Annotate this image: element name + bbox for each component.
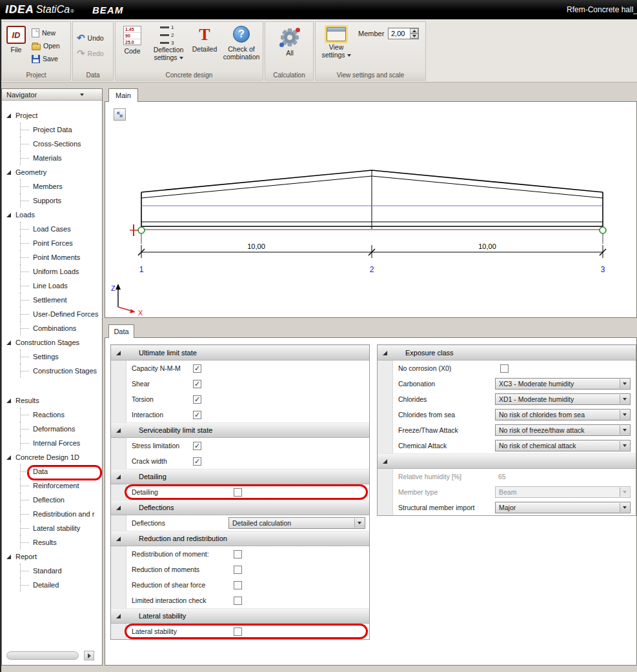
- nav-item-supports[interactable]: Supports: [2, 193, 102, 208]
- check-of-combination-button[interactable]: ? Check of combination: [221, 26, 261, 61]
- nav-item-label: Construction Stages: [33, 367, 97, 375]
- open-button[interactable]: Open: [32, 40, 60, 52]
- no-corrosion-checkbox[interactable]: [500, 364, 509, 373]
- capacity-nmm-checkbox[interactable]: ✓: [193, 364, 201, 373]
- nav-item-deformations[interactable]: Deformations: [2, 422, 102, 436]
- expander-icon: [6, 455, 11, 460]
- chlorides-select[interactable]: XD1 - Moderate humidity: [495, 393, 631, 405]
- new-button-label: New: [42, 29, 56, 37]
- nav-group-concrete-design-1d[interactable]: Concrete Design 1D: [2, 450, 102, 464]
- nav-group-label: Report: [15, 553, 37, 560]
- detailed-button[interactable]: T Detailed: [189, 26, 220, 53]
- nav-group-construction-stages[interactable]: Construction Stages: [2, 335, 102, 350]
- stress-limitation-checkbox[interactable]: ✓: [193, 442, 201, 450]
- nav-item-load-cases[interactable]: Load Cases: [2, 222, 102, 236]
- reduction-of-shear-force-checkbox[interactable]: [234, 581, 242, 589]
- file-button[interactable]: ID File: [5, 26, 28, 54]
- section-reduction-redistribution[interactable]: Reduction and redistribution: [111, 531, 369, 546]
- nav-item-label: Materials: [33, 154, 62, 162]
- section-exposure-class[interactable]: Exposure class: [378, 345, 636, 361]
- nav-item-data[interactable]: Data: [2, 464, 102, 479]
- nav-item-construction-stages[interactable]: Construction Stages: [2, 364, 102, 378]
- nav-item-settlement[interactable]: Settlement: [2, 293, 102, 307]
- nav-item-internal-forces[interactable]: Internal Forces: [2, 436, 102, 450]
- row-gutter: [111, 546, 126, 562]
- nav-item-point-forces[interactable]: Point Forces: [2, 236, 102, 250]
- nav-item-reactions[interactable]: Reactions: [2, 408, 102, 422]
- tab-main[interactable]: Main: [108, 88, 138, 102]
- navigator-header[interactable]: Navigator: [2, 89, 102, 101]
- deflection-settings-button[interactable]: 1 2 3 Deflection settings: [149, 26, 188, 61]
- section-deflections[interactable]: Deflections: [111, 500, 369, 515]
- nav-item-cross-sections[interactable]: Cross-Sections: [2, 137, 102, 151]
- lateral-stability-checkbox[interactable]: [234, 628, 242, 636]
- nav-item-reinforcement[interactable]: Reinforcement: [2, 479, 102, 493]
- member-scale-spinner: [410, 28, 418, 39]
- nav-item-members[interactable]: Members: [2, 179, 102, 193]
- chevron-down-icon[interactable]: [80, 94, 84, 96]
- nav-item-user-defined-forces[interactable]: User-Defined Forces: [2, 307, 102, 321]
- spin-down-button[interactable]: [410, 34, 418, 39]
- deflections-select[interactable]: Detailed calculation: [228, 517, 365, 529]
- nav-item-line-loads[interactable]: Line Loads: [2, 279, 102, 293]
- new-button[interactable]: New: [32, 27, 56, 39]
- scroll-right-button[interactable]: [84, 651, 94, 660]
- reduction-of-moments-checkbox[interactable]: [234, 566, 242, 574]
- carbonation-select-value: XC3 - Moderate humidity: [499, 380, 574, 388]
- chlorides-from-sea-select[interactable]: No risk of chlorides from sea: [495, 409, 631, 420]
- nav-item-point-moments[interactable]: Point Moments: [2, 250, 102, 264]
- redo-button[interactable]: ↷ Redo: [77, 48, 104, 59]
- structural-member-import-select[interactable]: Major: [495, 502, 631, 513]
- nav-group-project[interactable]: Project: [2, 108, 102, 123]
- calculate-all-button[interactable]: All: [277, 27, 303, 57]
- chevron-down-icon: [620, 503, 629, 512]
- nav-item-detailed[interactable]: Detailed: [2, 578, 102, 592]
- row-capacity-nmm: Capacity N-M-M ✓: [111, 361, 369, 376]
- nav-item-label: Uniform Loads: [33, 268, 79, 275]
- expander-icon: [6, 114, 11, 118]
- carbonation-select[interactable]: XC3 - Moderate humidity: [495, 378, 631, 390]
- shear-checkbox[interactable]: ✓: [193, 380, 201, 388]
- section-detailing[interactable]: Detailing: [111, 469, 369, 484]
- crack-width-checkbox[interactable]: ✓: [193, 457, 201, 466]
- pin-icon[interactable]: [90, 91, 96, 99]
- row-label: Crack width: [126, 457, 188, 465]
- nav-item-redistribution[interactable]: Redistribution and r: [2, 507, 102, 521]
- nav-item-settings[interactable]: Settings: [2, 350, 102, 364]
- nav-group-loads[interactable]: Loads: [2, 208, 102, 222]
- section-label: Lateral stability: [139, 612, 186, 620]
- detailing-checkbox[interactable]: [234, 488, 242, 497]
- row-no-corrosion: No corrosion (X0): [378, 361, 636, 376]
- nav-item-uniform-loads[interactable]: Uniform Loads: [2, 264, 102, 279]
- code-button[interactable]: 1.45 90 25.0 Code: [118, 26, 147, 55]
- section-ultimate-limit-state[interactable]: Ultimate limit state: [111, 345, 369, 361]
- zoom-fit-button[interactable]: [114, 108, 126, 121]
- nav-item-combinations[interactable]: Combinations: [2, 321, 102, 335]
- nav-item-deflection[interactable]: Deflection: [2, 493, 102, 507]
- undo-button[interactable]: ↶ Undo: [77, 32, 104, 44]
- section-lateral-stability[interactable]: Lateral stability: [111, 608, 369, 624]
- save-button[interactable]: Save: [32, 53, 58, 64]
- interaction-checkbox[interactable]: ✓: [193, 411, 201, 419]
- nav-item-project-data[interactable]: Project Data: [2, 123, 102, 137]
- section-serviceability-limit-state[interactable]: Serviceability limit state: [111, 422, 369, 438]
- redistribution-of-moments-checkbox[interactable]: [234, 550, 242, 558]
- nav-group-geometry[interactable]: Geometry: [2, 165, 102, 179]
- spin-up-button[interactable]: [410, 28, 418, 34]
- nav-item-lateral-stability[interactable]: Lateral stability: [2, 521, 102, 535]
- freeze-thaw-select[interactable]: No risk of freeze/thaw attack: [495, 424, 631, 436]
- nav-group-results[interactable]: Results: [2, 393, 102, 408]
- nav-item-standard[interactable]: Standard: [2, 564, 102, 578]
- torsion-checkbox[interactable]: ✓: [193, 395, 201, 404]
- nav-item-results[interactable]: Results: [2, 535, 102, 549]
- tab-data[interactable]: Data: [108, 324, 134, 338]
- limited-interaction-check-checkbox[interactable]: [234, 597, 242, 605]
- view-settings-button[interactable]: View settings: [319, 27, 353, 59]
- section-member-properties[interactable]: [378, 453, 636, 469]
- chemical-attack-select[interactable]: No risk of chemical attack: [495, 440, 631, 451]
- nav-item-label: Data: [33, 468, 48, 475]
- horizontal-scrollbar-thumb[interactable]: [6, 651, 79, 660]
- nav-item-materials[interactable]: Materials: [2, 151, 102, 165]
- nav-group-report[interactable]: Report: [2, 549, 102, 564]
- detailed-button-label: Detailed: [192, 45, 217, 53]
